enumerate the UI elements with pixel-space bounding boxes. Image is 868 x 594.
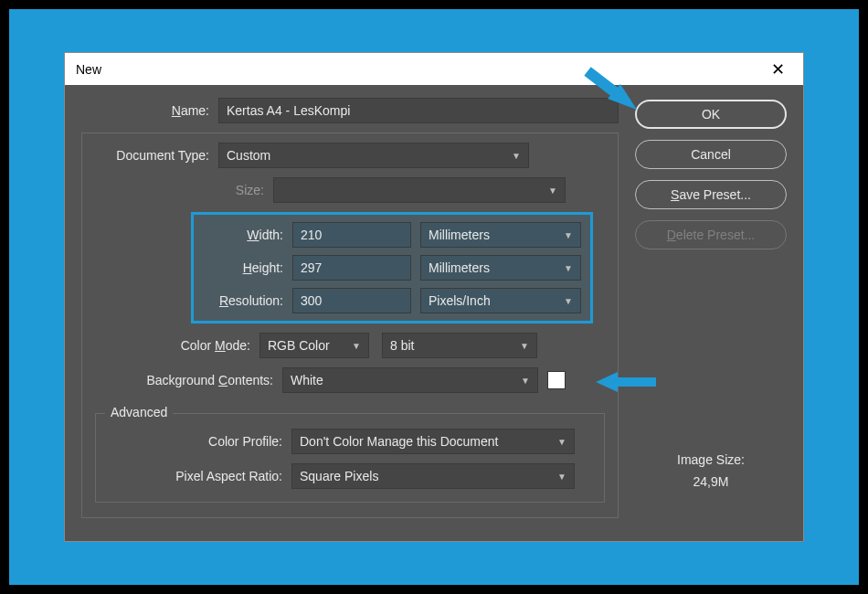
chevron-down-icon: ▼ [520, 341, 529, 351]
resolution-unit-value: Pixels/Inch [429, 293, 491, 308]
document-type-row: Document Type: Custom ▼ [95, 143, 605, 168]
cancel-button[interactable]: Cancel [635, 140, 787, 169]
width-unit-value: Millimeters [429, 228, 490, 242]
main-fieldset: Document Type: Custom ▼ Size: ▼ [81, 133, 619, 518]
resolution-row: Resolution: Pixels/Inch ▼ [203, 288, 581, 313]
advanced-fieldset: Advanced Color Profile: Don't Color Mana… [95, 413, 605, 503]
pixel-aspect-label: Pixel Aspect Ratio: [109, 469, 291, 483]
background-contents-row: Background Contents: White ▼ [95, 367, 605, 393]
background-value: White [291, 373, 323, 387]
pixel-aspect-value: Square Pixels [300, 469, 378, 483]
cancel-label: Cancel [691, 147, 731, 162]
color-mode-row: Color Mode: RGB Color ▼ 8 bit ▼ [95, 333, 605, 358]
name-input[interactable] [218, 98, 619, 123]
chevron-down-icon: ▼ [512, 151, 521, 161]
height-unit-value: Millimeters [429, 260, 490, 275]
resolution-label: Resolution: [203, 293, 292, 308]
dialog-title: New [76, 62, 101, 77]
chevron-down-icon: ▼ [352, 341, 361, 351]
background-select[interactable]: White ▼ [282, 367, 538, 393]
left-panel: Name: Document Type: Custom ▼ Size: [81, 98, 619, 518]
chevron-down-icon: ▼ [557, 437, 566, 447]
color-mode-select[interactable]: RGB Color ▼ [259, 333, 369, 358]
color-mode-label: Color Mode: [95, 338, 259, 353]
close-icon[interactable]: ✕ [764, 56, 792, 83]
width-input[interactable] [292, 222, 411, 248]
delete-preset-button: Delete Preset... [635, 220, 787, 249]
resolution-unit-select[interactable]: Pixels/Inch ▼ [420, 288, 581, 313]
pixel-aspect-select[interactable]: Square Pixels ▼ [291, 463, 575, 489]
chevron-down-icon: ▼ [564, 230, 573, 240]
color-mode-value: RGB Color [268, 338, 330, 353]
bit-depth-select[interactable]: 8 bit ▼ [382, 333, 537, 358]
height-input[interactable] [292, 255, 411, 281]
ok-label: OK [702, 107, 720, 122]
document-type-label: Document Type: [95, 148, 218, 163]
height-unit-select[interactable]: Millimeters ▼ [420, 255, 581, 281]
width-unit-select[interactable]: Millimeters ▼ [420, 222, 581, 248]
background-color-swatch[interactable] [547, 371, 566, 389]
advanced-legend: Advanced [105, 405, 173, 419]
screenshot-frame: New ✕ Name: Document Type: Custom ▼ [9, 9, 859, 585]
size-label: Size: [95, 183, 273, 197]
document-type-value: Custom [227, 148, 270, 163]
image-size-title: Image Size: [635, 452, 787, 467]
size-row: Size: ▼ [95, 177, 605, 203]
delete-preset-label: Delete Preset... [667, 228, 756, 242]
width-row: Width: Millimeters ▼ [203, 222, 581, 248]
titlebar: New ✕ [65, 53, 803, 85]
image-size-value: 24,9M [635, 474, 787, 489]
pixel-aspect-row: Pixel Aspect Ratio: Square Pixels ▼ [109, 463, 591, 489]
chevron-down-icon: ▼ [521, 376, 530, 386]
dialog-body: Name: Document Type: Custom ▼ Size: [65, 85, 803, 541]
chevron-down-icon: ▼ [557, 472, 566, 482]
image-size-block: Image Size: 24,9M [635, 452, 787, 489]
document-type-select[interactable]: Custom ▼ [218, 143, 529, 168]
ok-button[interactable]: OK [635, 100, 787, 129]
chevron-down-icon: ▼ [548, 186, 557, 196]
height-row: Height: Millimeters ▼ [203, 255, 581, 281]
new-document-dialog: New ✕ Name: Document Type: Custom ▼ [64, 52, 804, 542]
color-profile-label: Color Profile: [109, 434, 291, 449]
save-preset-button[interactable]: Save Preset... [635, 180, 787, 209]
dimension-highlight-block: Width: Millimeters ▼ Height: Millime [191, 212, 593, 324]
background-label: Background Contents: [95, 373, 282, 387]
color-profile-row: Color Profile: Don't Color Manage this D… [109, 429, 591, 454]
color-profile-value: Don't Color Manage this Document [300, 434, 498, 449]
name-row: Name: [81, 98, 619, 123]
chevron-down-icon: ▼ [564, 263, 573, 273]
right-panel: OK Cancel Save Preset... Delete Preset..… [635, 98, 787, 518]
save-preset-label: Save Preset... [671, 187, 751, 202]
chevron-down-icon: ▼ [564, 296, 573, 306]
resolution-input[interactable] [292, 288, 411, 313]
bit-depth-value: 8 bit [390, 338, 414, 353]
height-label: Height: [203, 260, 292, 275]
width-label: Width: [203, 228, 292, 242]
color-profile-select[interactable]: Don't Color Manage this Document ▼ [291, 429, 575, 454]
size-select: ▼ [273, 177, 566, 203]
name-label: Name: [81, 103, 218, 118]
